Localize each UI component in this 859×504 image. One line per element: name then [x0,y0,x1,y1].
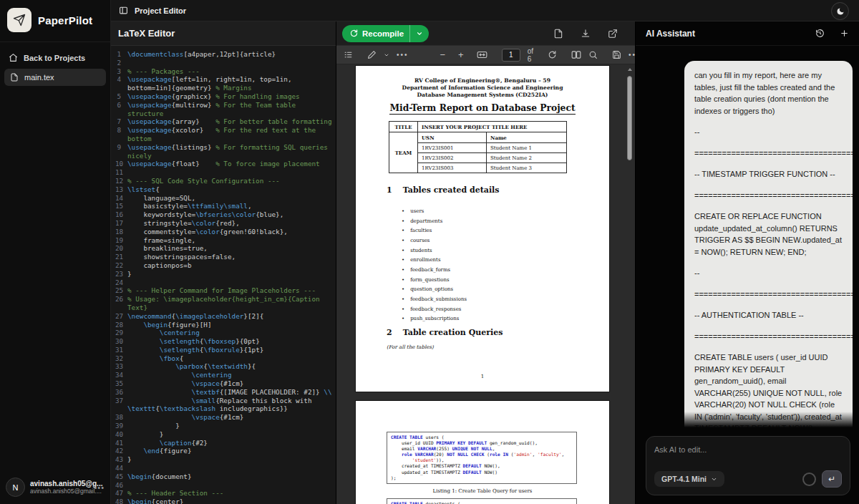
code-line[interactable]: 26% Usage: \imageplaceholder{height_in_c… [115,295,333,312]
code-line[interactable]: 11 [115,168,333,177]
code-line[interactable]: 12% --- SQL Code Style Configuration --- [115,177,333,185]
code-line[interactable]: 20 breaklines=true, [115,244,333,253]
code-line[interactable]: 9\usepackage{listings} % For formatting … [115,143,333,160]
recompile-button[interactable]: Recompile [342,25,429,42]
voice-record-button[interactable] [802,472,816,486]
chevron-down-icon [711,476,717,483]
model-selector[interactable]: GPT-4.1 Mini [654,471,724,487]
chat-paragraph: -- AUTHENTICATION TABLE -- [694,309,843,321]
scrollbar-thumb[interactable] [627,76,632,160]
search-icon[interactable] [588,50,598,59]
code-line[interactable]: 27\newcommand{\imageplaceholder}[2]{ [115,312,333,321]
code-line[interactable]: 42 \end{figure} [115,447,333,455]
code-line[interactable]: 40 } [115,430,333,439]
code-line[interactable]: 7\usepackage{array} % For better table f… [115,117,333,126]
rotate-icon[interactable] [548,50,557,59]
back-to-projects-label: Back to Projects [24,54,85,62]
code-line[interactable]: 28 \begin{figure}[H] [115,321,333,329]
ai-header: AI Assistant [636,21,859,46]
two-page-view-icon[interactable] [571,50,581,59]
code-line[interactable]: 14 language=SQL, [115,194,333,203]
pen-chevron-down-icon[interactable] [384,52,389,58]
code-line[interactable]: 39 } [115,422,333,430]
save-icon[interactable] [612,50,621,59]
code-line[interactable]: 6\usepackage{multirow} % For the Team ta… [115,101,333,118]
code-line[interactable]: 15 basicstyle=\ttfamily\small, [115,202,333,210]
code-line[interactable]: 38 \vspace{#1cm} [115,413,333,422]
view-source-icon[interactable] [553,29,563,39]
recompile-main[interactable]: Recompile [342,25,409,42]
line-number: 10 [115,160,127,168]
back-to-projects-link[interactable]: Back to Projects [0,48,110,67]
code-line[interactable]: 2 [115,59,333,67]
annotate-pen-icon[interactable] [367,50,377,59]
code-line[interactable]: 25% --- Helper Command for Image Placeho… [115,286,333,295]
code-line[interactable]: 48\begin{center} [115,498,333,504]
history-icon[interactable] [815,29,825,38]
pdf-scrollbar[interactable] [627,64,633,504]
code-line[interactable]: 13\lstset{ [115,185,333,194]
line-content: keywordstyle=\bfseries\color{blue}, [127,210,333,219]
recompile-dropdown[interactable] [410,25,429,42]
code-line[interactable]: 16 keywordstyle=\bfseries\color{blue}, [115,210,333,219]
code-line[interactable]: 46 [115,481,333,490]
code-line[interactable]: 10\usepackage{float} % To force image pl… [115,160,333,168]
ai-input-card[interactable]: Ask AI to edit... GPT-4.1 Mini ↵ [646,436,850,495]
code-line[interactable]: 21 showstringspaces=false, [115,253,333,261]
panel-left-icon[interactable] [119,6,128,15]
code-line[interactable]: 32 \fbox{ [115,354,333,363]
code-line[interactable]: 37 \small{Replace this block with \textt… [115,397,333,414]
line-content: \lstset{ [127,185,333,194]
send-button[interactable]: ↵ [822,470,842,488]
code-line[interactable]: 41 \caption{#2} [115,439,333,447]
code-line[interactable]: 23} [115,270,333,278]
code-line[interactable]: 36 \textbf{[IMAGE PLACEHOLDER: #2]} \\ [115,388,333,397]
code-line[interactable]: 33 \parbox{\textwidth}{ [115,362,333,371]
code-line[interactable]: 35 \vspace{#1cm} [115,379,333,388]
code-line[interactable]: 17 stringstyle=\color{red}, [115,219,333,228]
code-line[interactable]: 18 commentstyle=\color{green!60!black}, [115,228,333,236]
line-content: stringstyle=\color{red}, [127,219,333,228]
code-line[interactable]: 34 \centering [115,371,333,379]
code-line[interactable]: 47% --- Header Section --- [115,489,333,498]
toolbar-more-icon[interactable]: ••• [397,51,409,59]
code-line[interactable]: 19 frame=single, [115,236,333,245]
chat-paragraph: ========================================… [694,190,843,202]
code-line[interactable]: 44 [115,464,333,472]
chat-paragraph: CREATE TABLE users ( user_id UUID PRIMAR… [694,352,843,430]
sidebar-item-main-tex[interactable]: main.tex [4,69,106,86]
code-line[interactable]: 45\begin{document} [115,472,333,481]
line-number: 11 [115,168,127,177]
code-line[interactable]: 29 \centering [115,329,333,337]
doc-header-line3: Database Management Systems (CD252IA) [356,92,609,98]
ai-edit-input[interactable]: Ask AI to edit... [654,445,842,454]
page-number-input[interactable] [502,49,520,62]
open-external-icon[interactable] [608,29,618,39]
avatar: N [6,478,25,497]
line-content: % --- Header Section --- [127,489,333,498]
thumbnails-icon[interactable] [344,50,353,59]
code-line[interactable]: 1\documentclass[a4paper,12pt]{article} [115,50,333,59]
fit-width-icon[interactable] [477,50,487,59]
code-line[interactable]: 5\usepackage{graphicx} % For handling im… [115,92,333,101]
user-more-icon[interactable]: ••• [94,483,105,492]
line-content: \begin{figure}[H] [127,321,333,329]
code-line[interactable]: 43} [115,455,333,464]
new-chat-plus-icon[interactable] [840,29,849,38]
sql-line: ); [391,475,573,481]
code-line[interactable]: 30 \setlength{\fboxsep}{0pt} [115,337,333,346]
line-number: 17 [115,219,127,228]
code-line[interactable]: 31 \setlength{\fboxrule}{1pt} [115,346,333,354]
code-line[interactable]: 3% --- Packages --- [115,67,333,76]
theme-toggle-button[interactable] [831,2,849,20]
code-editor[interactable]: 1\documentclass[a4paper,12pt]{article}2 … [111,46,336,504]
user-account-row[interactable]: N avinash.anish05@g... avinash.anish05@g… [0,470,110,504]
zoom-in-button[interactable]: + [458,49,464,60]
code-line[interactable]: 24 [115,278,333,287]
download-icon[interactable] [581,29,591,39]
code-line[interactable]: 8\usepackage{xcolor} % For the red text … [115,126,333,143]
code-line[interactable]: 22 captionpos=b [115,261,333,270]
code-line[interactable]: 4\usepackage[left=1in, right=1in, top=1i… [115,75,333,92]
zoom-out-button[interactable]: − [440,49,446,60]
scrollbar-up-arrow[interactable] [628,68,632,71]
